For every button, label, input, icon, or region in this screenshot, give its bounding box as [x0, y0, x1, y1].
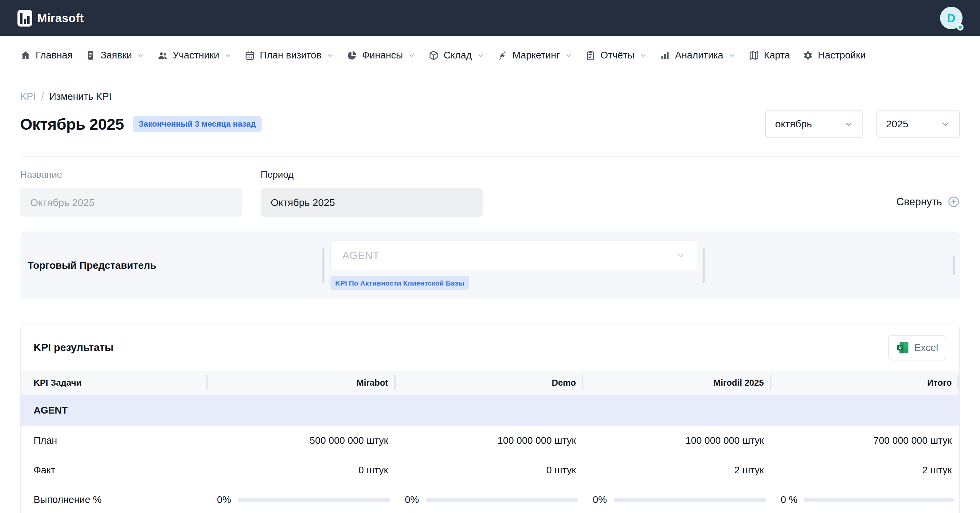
chevron-down-icon [639, 51, 647, 59]
kpi-results-card: KPI результаты X Excel KPI ЗадачиMirabot… [20, 323, 960, 513]
breadcrumb-current: Изменить KPI [49, 91, 112, 102]
chevron-down-icon [326, 51, 334, 59]
nav-item-label: Отчёты [600, 50, 635, 61]
progress-cell: 0% [208, 494, 396, 505]
section-divider [20, 156, 960, 156]
excel-export-button[interactable]: X Excel [888, 335, 947, 360]
nav-item-label: Склад [444, 50, 472, 61]
panel-divider [322, 248, 325, 283]
nav-item-warehouse[interactable]: Склад [428, 50, 485, 61]
status-badge: Законченный 3 месяца назад [133, 116, 262, 132]
chevron-down-icon [565, 51, 573, 59]
collapse-label: Свернуть [896, 196, 942, 208]
period-field-label: Период [261, 169, 483, 180]
progress-track [614, 498, 766, 502]
name-field-group: Название Октябрь 2025 [20, 169, 242, 217]
brand-name: Mirasoft [37, 11, 84, 25]
panel-divider [703, 248, 705, 283]
month-select[interactable]: октябрь [765, 110, 863, 138]
kpi-results-title: KPI результаты [33, 342, 113, 354]
year-select-value: 2025 [886, 118, 908, 130]
brand-logo[interactable]: Mirasoft [18, 10, 84, 27]
nav-item-finance[interactable]: Финансы [347, 50, 416, 61]
nav-item-visits[interactable]: План визитов [245, 50, 334, 61]
home-icon [20, 50, 31, 61]
kpi-tag-chip[interactable]: KPI По Активности Клиентской Базы [331, 276, 469, 290]
nav-item-label: Заявки [100, 50, 132, 61]
sales-rep-panel: Торговый Представитель AGENT KPI По Акти… [20, 231, 960, 300]
clipboard-icon [585, 50, 596, 61]
chevron-down-icon [844, 119, 853, 128]
value-cell: 2 штук [772, 465, 959, 476]
row-label: Факт [21, 465, 208, 476]
value-cell: 700 000 000 штук [772, 435, 959, 446]
progress-value: 0% [405, 494, 419, 505]
calendar-icon [245, 50, 255, 61]
period-input[interactable]: Октябрь 2025 [261, 188, 483, 217]
nav-item-map[interactable]: Карта [749, 50, 790, 61]
nav-item-reports[interactable]: Отчёты [585, 50, 647, 61]
title-row: Октябрь 2025 Законченный 3 месяца назад … [20, 109, 960, 139]
year-select[interactable]: 2025 [876, 110, 960, 138]
table-row: План500 000 000 штук100 000 000 штук100 … [21, 425, 959, 455]
page-content: KPI / Изменить KPI Октябрь 2025 Закончен… [0, 91, 980, 513]
plus-circle-icon [947, 196, 960, 208]
chevron-down-icon [941, 119, 950, 128]
breadcrumb-kpi-link[interactable]: KPI [20, 91, 36, 102]
nav-item-settings[interactable]: Настройки [802, 50, 865, 61]
column-header-tasks: KPI Задачи [21, 371, 208, 395]
chevron-down-icon [408, 51, 416, 59]
nav-item-label: Аналитика [675, 50, 724, 61]
chevron-down-icon [676, 251, 686, 260]
nav-item-label: Главная [36, 50, 73, 61]
chevron-down-icon [728, 51, 736, 59]
nav-item-label: Карта [764, 50, 790, 61]
progress-cell: 0% [583, 494, 772, 505]
sales-rep-label: Торговый Представитель [27, 260, 322, 271]
panel-divider [953, 256, 955, 275]
column-header: Demo [396, 371, 584, 395]
nav-item-analytics[interactable]: Аналитика [660, 50, 736, 61]
kpi-results-header: KPI результаты X Excel [21, 324, 959, 371]
breadcrumb-separator: / [41, 91, 44, 102]
chevron-down-icon [477, 51, 485, 59]
agent-select[interactable]: AGENT [331, 241, 697, 270]
progress-value: 0% [217, 494, 231, 505]
chevron-down-icon [137, 51, 145, 59]
progress-value: 0% [593, 494, 607, 505]
column-header: Mirodil 2025 [583, 371, 772, 395]
group-row-agent: AGENT [21, 395, 959, 425]
name-input[interactable]: Октябрь 2025 [20, 188, 242, 217]
column-header: Итого [772, 371, 959, 395]
row-label: План [21, 435, 208, 446]
barchart-icon [660, 50, 670, 61]
user-avatar[interactable]: D [940, 7, 963, 29]
agent-select-placeholder: AGENT [342, 249, 379, 262]
progress-value: 0 % [781, 494, 798, 505]
value-cell: 2 штук [583, 465, 772, 476]
nav-item-home[interactable]: Главная [20, 50, 73, 61]
nav-item-requests[interactable]: Заявки [85, 50, 145, 61]
progress-track [804, 498, 954, 502]
nav-item-label: Финансы [362, 50, 403, 61]
period-selects: октябрь 2025 [765, 110, 960, 138]
value-cell: 100 000 000 штук [396, 435, 584, 446]
svg-text:X: X [898, 345, 901, 350]
pie-icon [347, 50, 357, 61]
nav-item-members[interactable]: Участники [157, 50, 232, 61]
avatar-letter: D [947, 11, 956, 25]
progress-cell: 0% [396, 494, 584, 505]
collapse-button[interactable]: Свернуть [896, 196, 960, 208]
nav-item-label: Настройки [818, 50, 865, 61]
value-cell: 500 000 000 штук [208, 435, 396, 446]
online-status-dot [957, 24, 964, 30]
row-label: Выполнение % [21, 494, 208, 505]
value-cell: 0 штук [208, 465, 396, 476]
box-icon [428, 50, 439, 61]
kpi-table: KPI ЗадачиMirabotDemoMirodil 2025ИтогоAG… [21, 371, 959, 513]
kpi-form: Название Октябрь 2025 Период Октябрь 202… [20, 169, 960, 217]
nav-item-marketing[interactable]: Маркетинг [497, 50, 573, 61]
top-bar: Mirasoft D [0, 0, 980, 36]
gear-icon [802, 50, 813, 61]
agent-select-group: AGENT KPI По Активности Клиентской Базы [331, 241, 697, 290]
